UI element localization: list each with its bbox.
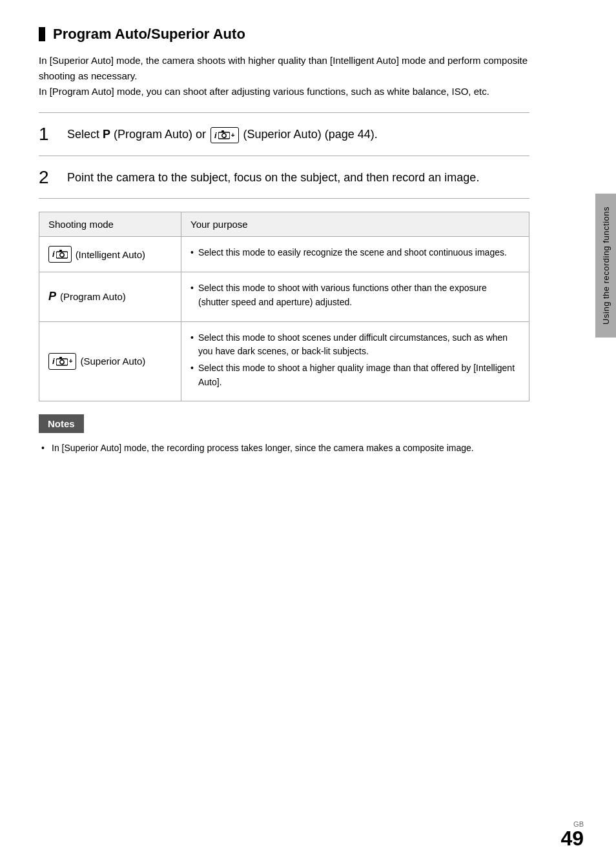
table-col1-header: Shooting mode (39, 212, 181, 237)
purpose-cell-superior: Select this mode to shoot scenes under d… (181, 321, 529, 401)
purpose-cell-program: Select this mode to shoot with various f… (181, 272, 529, 321)
mode-cell-program: P (Program Auto) (39, 272, 181, 321)
table-row-program-auto: P (Program Auto) Select this mode to sho… (39, 272, 529, 321)
svg-rect-5 (59, 250, 62, 252)
section-title: Program Auto/Superior Auto (39, 26, 529, 43)
table-col2-header: Your purpose (181, 212, 529, 237)
purpose-item-program-1: Select this mode to shoot with various f… (190, 281, 520, 309)
purpose-item-superior-1: Select this mode to shoot scenes under d… (190, 331, 520, 359)
intro-text: In [Superior Auto] mode, the camera shoo… (39, 53, 529, 99)
page-number: 49 (560, 828, 584, 849)
intro-line-1: In [Superior Auto] mode, the camera shoo… (39, 55, 528, 81)
purpose-item-superior-2: Select this mode to shoot a higher quali… (190, 361, 520, 389)
step-2: 2 Point the camera to the subject, focus… (39, 156, 529, 199)
notes-item-1: In [Superior Auto] mode, the recording p… (41, 441, 529, 455)
camera-svg-step1 (218, 130, 230, 139)
program-auto-p-icon: P (48, 288, 56, 306)
purpose-item-intelligent-1: Select this mode to easily recognize the… (190, 246, 520, 260)
steps-container: 1 Select P (Program Auto) or i + (Superi… (39, 112, 529, 199)
intelligent-auto-icon: i (48, 246, 72, 263)
page-title: Program Auto/Superior Auto (53, 26, 245, 43)
svg-rect-2 (221, 130, 224, 132)
table-row-superior-auto: i + (Superior Auto) Select t (39, 321, 529, 401)
superior-auto-label: (Superior Auto) (80, 354, 145, 368)
program-auto-key: P (103, 128, 110, 141)
camera-svg-row3 (56, 357, 68, 366)
step-2-number: 2 (39, 167, 57, 188)
step-2-text: Point the camera to the subject, focus o… (67, 167, 479, 187)
camera-svg-row1 (56, 250, 68, 259)
notes-content: In [Superior Auto] mode, the recording p… (39, 441, 529, 455)
mode-cell-intelligent: i (Intelligent Auto) (39, 237, 181, 272)
svg-point-4 (59, 253, 63, 257)
step-1-number: 1 (39, 123, 57, 145)
mode-table: Shooting mode Your purpose i (39, 212, 529, 401)
superior-auto-icon: i + (48, 353, 76, 370)
notes-section: Notes In [Superior Auto] mode, the recor… (39, 414, 529, 455)
superior-auto-icon-inline: i + (210, 127, 238, 144)
page-number-area: GB 49 (560, 820, 584, 849)
intelligent-auto-label: (Intelligent Auto) (76, 247, 145, 262)
title-marker (39, 27, 45, 41)
side-tab: Using the recording functions (595, 194, 616, 338)
svg-point-7 (59, 360, 63, 364)
svg-rect-8 (59, 357, 62, 359)
program-auto-label: (Program Auto) (60, 289, 126, 304)
step-1: 1 Select P (Program Auto) or i + (Superi… (39, 113, 529, 156)
svg-point-1 (222, 134, 226, 137)
side-tab-text: Using the recording functions (601, 207, 611, 325)
mode-cell-superior: i + (Superior Auto) (39, 321, 181, 401)
intro-line-2: In [Program Auto] mode, you can shoot af… (39, 86, 489, 97)
notes-header: Notes (39, 414, 84, 433)
table-row-intelligent-auto: i (Intelligent Auto) Select this mode to… (39, 237, 529, 272)
purpose-cell-intelligent: Select this mode to easily recognize the… (181, 237, 529, 272)
step-1-text: Select P (Program Auto) or i + (Superior… (67, 123, 378, 143)
